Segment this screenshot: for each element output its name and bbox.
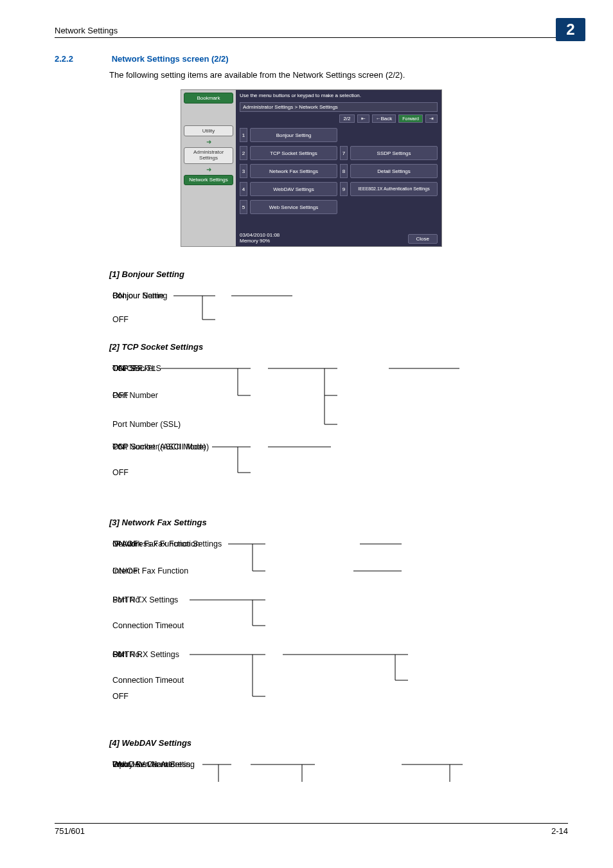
- footer-memory: Memory 90%: [240, 238, 280, 244]
- back-button[interactable]: ⇤: [357, 114, 369, 123]
- menu-number: 3: [240, 164, 247, 178]
- arrow-down-icon: ➜: [184, 138, 233, 145]
- page-indicator: 2/2: [339, 114, 354, 123]
- arrow-down-icon: ➜: [184, 166, 233, 173]
- tree-label: OFF: [112, 468, 129, 477]
- tree-label: OFF: [112, 315, 129, 324]
- tree-label: Port Number (SSL): [112, 420, 181, 429]
- menu-item[interactable]: TCP Socket Settings: [250, 146, 337, 160]
- section-heading: 2.2.2 Network Settings screen (2/2): [55, 54, 568, 64]
- forward-button[interactable]: Forward: [398, 114, 423, 123]
- subsection-head: [1] Bonjour Setting: [109, 269, 568, 279]
- menu-item[interactable]: Network Fax Settings: [250, 164, 337, 178]
- section-title: Network Settings screen (2/2): [112, 54, 229, 64]
- menu-item[interactable]: IEEE802.1X Authentication Settings: [350, 182, 438, 196]
- menu-number: 4: [240, 182, 247, 196]
- menu-item[interactable]: WebDAV Settings: [250, 182, 337, 196]
- menu-number: 2: [240, 146, 247, 160]
- menu-item[interactable]: Detail Settings: [350, 164, 438, 178]
- embedded-screenshot: Bookmark Utility ➜ Administrator Setting…: [181, 89, 442, 247]
- menu-number: 5: [240, 200, 247, 214]
- menu-number: 9: [340, 182, 348, 196]
- tree-label: Port Number (ASCII Mode): [112, 442, 209, 451]
- tree-label: Port No.: [112, 595, 142, 604]
- bookmark-button[interactable]: Bookmark: [184, 93, 233, 104]
- network-settings-button[interactable]: Network Settings: [184, 175, 233, 186]
- footer-right: 2-14: [551, 826, 568, 836]
- utility-button[interactable]: Utility: [184, 125, 233, 136]
- forward-arrow-icon: ⇥: [429, 116, 434, 122]
- tree-label: OFF: [112, 692, 129, 701]
- tree-label: ON/OF: [112, 566, 138, 575]
- tree-label: Port Number: [112, 391, 158, 400]
- menu-number: 7: [340, 146, 348, 160]
- tree-label: ON/OFF: [112, 364, 143, 373]
- section-number: 2.2.2: [55, 54, 109, 64]
- admin-settings-button[interactable]: Administrator Settings: [184, 147, 233, 164]
- back-button-label[interactable]: ←Back: [372, 114, 396, 123]
- subsection-head: [2] TCP Socket Settings: [109, 342, 568, 352]
- menu-item[interactable]: SSDP Settings: [350, 146, 438, 160]
- close-button[interactable]: Close: [408, 234, 438, 244]
- hint-text: Use the menu buttons or keypad to make a…: [240, 93, 438, 98]
- footer-left: 751/601: [55, 826, 85, 836]
- tree-label: Port No.: [112, 650, 142, 659]
- subsection-head: [4] WebDAV Settings: [109, 738, 568, 748]
- tree-label: Connection Timeout: [112, 621, 184, 630]
- menu-number: 1: [240, 128, 247, 142]
- back-arrow-icon: ⇤: [361, 116, 366, 122]
- page-footer: 751/601 2-14: [55, 823, 568, 836]
- menu-item[interactable]: Bonjour Setting: [250, 128, 337, 142]
- tree-label: ON/OF: [112, 539, 138, 548]
- forward-button-end[interactable]: ⇥: [425, 114, 438, 123]
- tree-label: Bonjour Name: [112, 291, 164, 300]
- tree-label: Connection Timeout: [112, 676, 184, 685]
- subsection-head: [3] Network Fax Settings: [109, 518, 568, 527]
- running-head-title: Network Settings: [55, 26, 118, 35]
- breadcrumb: Administrator Settings > Network Setting…: [240, 102, 438, 112]
- menu-number: 8: [340, 164, 348, 178]
- footer-datetime: 03/04/2010 01:08: [240, 232, 280, 238]
- intro-text: The following setting items are availabl…: [109, 70, 568, 80]
- tree-label: Input Host Name: [112, 760, 173, 769]
- menu-item[interactable]: Web Service Settings: [250, 200, 337, 214]
- chapter-badge: 2: [556, 18, 585, 41]
- running-head: Network Settings: [55, 26, 568, 38]
